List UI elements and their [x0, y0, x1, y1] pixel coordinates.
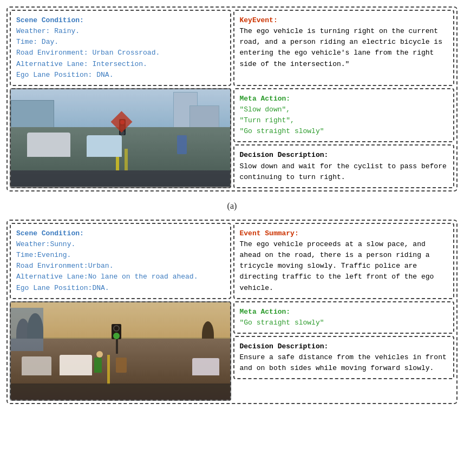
alt-lane-b: Alternative Lane:No lane on the road ahe…	[16, 272, 225, 282]
caption-a: (a)	[6, 201, 458, 211]
decision-a: Decision Description: Slow down and wait…	[233, 144, 455, 188]
key-event-a: KeyEvent: The ego vehicle is turning rig…	[233, 10, 455, 86]
meta-action-item-a-0: "Slow down",	[240, 104, 448, 115]
key-event-text-a: The ego vehicle is turning right on the …	[240, 26, 448, 70]
event-summary-b: Event Summary: The ego vehicle proceeds …	[233, 223, 455, 299]
decision-text-a: Slow down and wait for the cyclist to pa…	[240, 161, 448, 183]
scene-condition-label-a: Scene Condition:	[16, 15, 225, 26]
section-a: Scene Condition: Weather: Rainy. Time: D…	[6, 6, 458, 191]
section-b: Scene Condition: Weather:Sunny. Time:Eve…	[6, 220, 458, 404]
road-line-a: Road Environment: Urban Crossroad.	[16, 48, 225, 58]
key-event-label-a: KeyEvent:	[240, 15, 448, 26]
right-bottom-a: Meta Action: "Slow down", "Turn right", …	[233, 88, 455, 188]
meta-action-b: Meta Action: "Go straight slowly"	[233, 301, 455, 334]
weather-line-b: Weather:Sunny.	[16, 239, 225, 250]
meta-action-label-b: Meta Action:	[240, 307, 448, 318]
meta-action-label-a: Meta Action:	[240, 94, 448, 104]
decision-label-a: Decision Description:	[240, 150, 448, 161]
alt-lane-a: Alternative Lane: Intersection.	[16, 59, 225, 70]
decision-label-b: Decision Description:	[240, 341, 448, 352]
scene-condition-b: Scene Condition: Weather:Sunny. Time:Eve…	[10, 223, 231, 299]
road-line-b: Road Environment:Urban.	[16, 261, 225, 272]
ego-lane-a: Ego Lane Position: DNA.	[16, 70, 225, 81]
meta-action-a: Meta Action: "Slow down", "Turn right", …	[233, 88, 455, 143]
meta-action-item-b-0: "Go straight slowly"	[240, 318, 448, 328]
event-summary-text-b: The ego vehicle proceeds at a slow pace,…	[240, 239, 448, 294]
time-line-b: Time:Evening.	[16, 250, 225, 261]
right-bottom-b: Meta Action: "Go straight slowly" Decisi…	[233, 301, 455, 401]
scene-condition-label-b: Scene Condition:	[16, 228, 225, 239]
meta-action-item-a-2: "Go straight slowly"	[240, 126, 448, 137]
meta-action-item-a-1: "Turn right",	[240, 115, 448, 126]
ego-lane-b: Ego Lane Position:DNA.	[16, 283, 225, 294]
scene-condition-a: Scene Condition: Weather: Rainy. Time: D…	[10, 10, 231, 86]
dashcam-image-b	[10, 301, 231, 401]
decision-b: Decision Description: Ensure a safe dist…	[233, 336, 455, 379]
weather-line-a: Weather: Rainy.	[16, 26, 225, 37]
time-line-a: Time: Day.	[16, 37, 225, 48]
dashcam-image-a	[10, 88, 231, 188]
event-summary-label-b: Event Summary:	[240, 228, 448, 239]
decision-text-b: Ensure a safe distance from the vehicles…	[240, 352, 448, 374]
